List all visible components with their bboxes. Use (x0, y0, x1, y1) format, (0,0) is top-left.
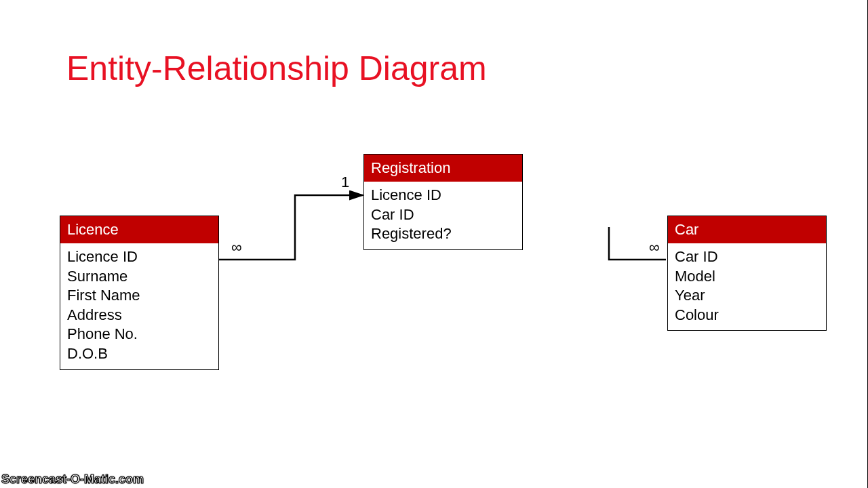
page-title: Entity-Relationship Diagram (66, 49, 487, 88)
entity-licence: Licence Licence ID Surname First Name Ad… (60, 216, 219, 370)
entity-licence-body: Licence ID Surname First Name Address Ph… (60, 243, 218, 369)
entity-attr: Registered? (371, 224, 515, 244)
entity-attr: Surname (67, 267, 212, 287)
entity-attr: D.O.B (67, 344, 212, 364)
entity-attr: Colour (675, 306, 819, 325)
entity-registration: Registration Licence ID Car ID Registere… (363, 154, 523, 250)
cardinality-registration: 1 (341, 174, 349, 191)
entity-attr: Address (67, 306, 212, 325)
entity-registration-header: Registration (364, 155, 522, 182)
watermark: Screencast-O-Matic.com (1, 472, 144, 487)
entity-attr: Licence ID (371, 186, 515, 205)
entity-attr: Car ID (675, 247, 819, 267)
entity-attr: First Name (67, 286, 212, 306)
entity-attr: Year (675, 286, 819, 306)
entity-attr: Car ID (371, 205, 515, 225)
entity-licence-header: Licence (60, 216, 218, 243)
entity-car-header: Car (668, 216, 826, 243)
entity-car-body: Car ID Model Year Colour (668, 243, 826, 330)
entity-attr: Licence ID (67, 247, 212, 267)
cardinality-car: ∞ (649, 239, 660, 256)
entity-car: Car Car ID Model Year Colour (667, 216, 827, 331)
cardinality-licence: ∞ (231, 239, 242, 256)
entity-attr: Model (675, 267, 819, 287)
entity-attr: Phone No. (67, 325, 212, 344)
entity-registration-body: Licence ID Car ID Registered? (364, 182, 522, 249)
